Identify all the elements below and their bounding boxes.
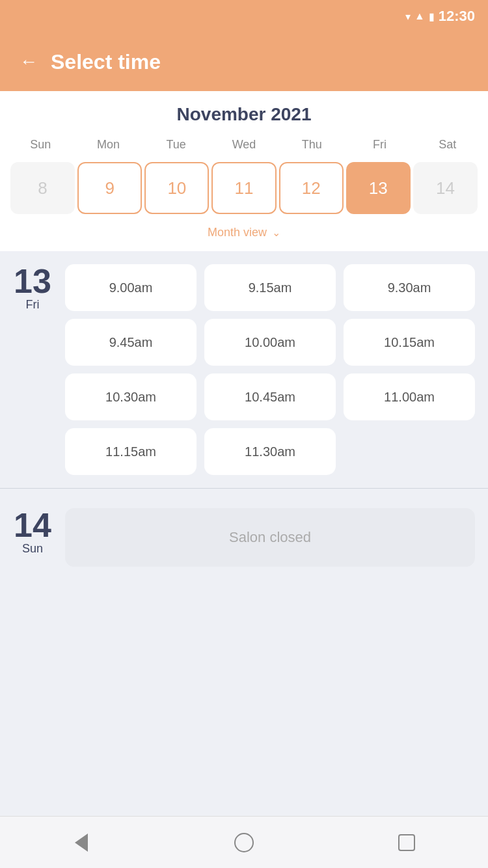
weekday-row: Sun Mon Tue Wed Thu Fri Sat	[7, 135, 481, 154]
date-12[interactable]: 12	[279, 162, 344, 214]
nav-home-button[interactable]	[231, 830, 257, 856]
recent-square-icon	[398, 834, 415, 851]
day-number-13: 13	[14, 264, 51, 298]
status-bar: ▾ ▲ ▮ 12:30	[0, 0, 488, 33]
header: ← Select time	[0, 33, 488, 91]
month-view-label: Month view	[208, 226, 267, 239]
day-block-14: 14 Sun Salon closed	[0, 495, 488, 573]
timeslot-915am[interactable]: 9.15am	[204, 264, 336, 311]
wifi-icon: ▾	[405, 10, 411, 23]
day-divider	[0, 488, 488, 489]
day-block-13: 13 Fri 9.00am 9.15am 9.30am 9.45am 10.00…	[0, 251, 488, 481]
chevron-down-icon: ⌄	[272, 226, 280, 239]
month-view-toggle[interactable]: Month view ⌄	[7, 217, 481, 245]
battery-icon: ▮	[429, 10, 435, 23]
date-11[interactable]: 11	[211, 162, 276, 214]
timeslot-1130am[interactable]: 11.30am	[204, 428, 336, 475]
date-row: 8 9 10 11 12 13 14	[7, 159, 481, 217]
timeslot-wrapper-13: 13 Fri 9.00am 9.15am 9.30am 9.45am 10.00…	[13, 264, 475, 475]
date-9[interactable]: 9	[77, 162, 142, 214]
date-13[interactable]: 13	[346, 162, 411, 214]
weekday-wed: Wed	[210, 135, 278, 154]
home-circle-icon	[234, 833, 254, 852]
timeslot-grid-13: 9.00am 9.15am 9.30am 9.45am 10.00am 10.1…	[65, 264, 475, 475]
back-button[interactable]: ←	[20, 51, 38, 72]
weekday-thu: Thu	[278, 135, 346, 154]
day-number-14: 14	[14, 508, 51, 542]
weekday-fri: Fri	[346, 135, 413, 154]
timeslot-1045am[interactable]: 10.45am	[204, 373, 336, 420]
timeslot-wrapper-14: 14 Sun Salon closed	[13, 508, 475, 567]
back-triangle-icon	[75, 834, 88, 852]
day-name-14: Sun	[22, 542, 43, 556]
timeslot-1015am[interactable]: 10.15am	[344, 319, 475, 366]
page-title: Select time	[51, 50, 161, 74]
month-label: November 2021	[7, 104, 481, 125]
weekday-mon: Mon	[74, 135, 142, 154]
status-icons: ▾ ▲ ▮ 12:30	[405, 8, 475, 25]
timeslot-900am[interactable]: 9.00am	[65, 264, 197, 311]
timeslot-1000am[interactable]: 10.00am	[204, 319, 336, 366]
date-14[interactable]: 14	[413, 162, 478, 214]
weekday-sun: Sun	[7, 135, 74, 154]
timeslot-1115am[interactable]: 11.15am	[65, 428, 197, 475]
day-number-label-13: 13 Fri	[13, 264, 52, 475]
timeslots-section: 13 Fri 9.00am 9.15am 9.30am 9.45am 10.00…	[0, 251, 488, 816]
timeslot-grid-14: Salon closed	[65, 508, 475, 567]
timeslot-1030am[interactable]: 10.30am	[65, 373, 197, 420]
date-8[interactable]: 8	[10, 162, 75, 214]
timeslot-945am[interactable]: 9.45am	[65, 319, 197, 366]
timeslot-1100am[interactable]: 11.00am	[344, 373, 475, 420]
weekday-tue: Tue	[142, 135, 210, 154]
status-time: 12:30	[439, 8, 475, 25]
nav-back-button[interactable]	[68, 830, 94, 856]
weekday-sat: Sat	[414, 135, 481, 154]
nav-bar	[0, 816, 488, 868]
salon-closed-label: Salon closed	[229, 529, 311, 546]
day-name-13: Fri	[26, 298, 40, 312]
date-10[interactable]: 10	[144, 162, 209, 214]
calendar-section: November 2021 Sun Mon Tue Wed Thu Fri Sa…	[0, 91, 488, 251]
timeslot-930am[interactable]: 9.30am	[344, 264, 475, 311]
nav-recent-button[interactable]	[394, 830, 420, 856]
signal-icon: ▲	[414, 10, 425, 22]
day-number-label-14: 14 Sun	[13, 508, 52, 567]
time-grid-13: 9.00am 9.15am 9.30am 9.45am 10.00am 10.1…	[65, 264, 475, 475]
salon-closed-card: Salon closed	[65, 508, 475, 567]
